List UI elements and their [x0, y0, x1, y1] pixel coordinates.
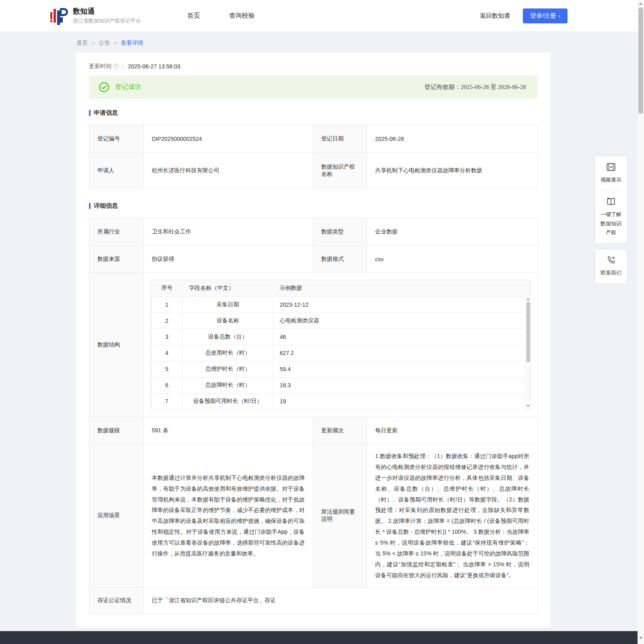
source-value: 协议获得	[144, 246, 313, 273]
cell-field-name: 总维护时长（时）	[183, 361, 273, 377]
cell-index: 2	[151, 313, 183, 329]
login-register-label: 登录/注册	[530, 12, 556, 20]
book-icon	[606, 196, 616, 207]
video-icon	[606, 162, 616, 172]
structure-label: 数据结构	[89, 273, 144, 417]
contact-us-label: 联系我们	[601, 270, 621, 276]
industry-value: 卫生和社会工作	[144, 218, 313, 246]
ip-name-label: 数据知识产权名称	[313, 153, 367, 188]
cell-index: 5	[151, 361, 183, 377]
nav-item-query-check[interactable]: 查询校验	[229, 12, 255, 20]
ip-name-value: 共享机制下心电检测类仪器故障率分析数据	[367, 153, 538, 188]
breadcrumb-announcement[interactable]: 公告	[99, 39, 110, 47]
data-structure-table-container: 序号 字段名称（中文） 示例数据 1 采集日期 2023-12-12	[151, 280, 531, 410]
reg-date-value: 2025-06-28	[367, 125, 538, 153]
video-display-label: 视频展示	[601, 177, 621, 183]
section-title-text: 申请信息	[94, 109, 118, 117]
table-row: 2 设备名称 心电检测类仪器	[151, 313, 530, 329]
learn-data-ip-label: 一键了解数据知识产权	[601, 211, 621, 236]
learn-data-ip-item[interactable]: 一键了解数据知识产权	[599, 196, 623, 237]
help-question-icon[interactable]: ?	[113, 64, 119, 70]
industry-label: 所属行业	[89, 218, 144, 246]
format-label: 数据格式	[313, 246, 367, 273]
scenario-text: 本数据通过计算并分析共享机制下心电检测类分析仪器的故障率，有助于为设备的高效使用…	[152, 473, 305, 559]
cell-sample: 19	[273, 393, 530, 409]
algorithm-text: 1.数据收集和预处理：（1）数据收集：通过门诊助手app对所有的心电检测类分析仪…	[375, 451, 529, 581]
algorithm-label: 算法规则简要说明	[313, 444, 367, 588]
scale-label: 数据规模	[89, 417, 144, 444]
table-row: 存证公证情况 已于「浙江省知识产权区块链公共存证平台」存证	[89, 587, 538, 614]
source-label: 数据来源	[89, 246, 144, 273]
table-row: 3 设备总数（台） 46	[151, 329, 530, 345]
cell-index: 3	[151, 329, 183, 345]
notary-label: 存证公证情况	[89, 587, 144, 614]
table-row: 申请人 杭州长济医疗科技有限公司 数据知识产权名称 共享机制下心电检测类仪器故障…	[89, 153, 538, 188]
notary-value: 已于「浙江省知识产权区块链公共存证平台」存证	[144, 587, 538, 614]
scrollbar-up-icon[interactable]	[526, 298, 530, 300]
applicant-label: 申请人	[89, 153, 144, 188]
format-value: csv	[367, 246, 538, 273]
breadcrumb-home[interactable]: 首页	[76, 39, 88, 47]
breadcrumb-separator: >	[114, 40, 117, 46]
validity-value: 2025-06-28 至 2028-06-28	[461, 84, 526, 90]
logo: 数知通 浙江省数据知识产权登记平台	[50, 6, 141, 25]
frequency-value: 每日更新	[367, 417, 538, 444]
update-time-row: 更新时间 ? ： 2025-06-27 13:58:03	[89, 60, 537, 76]
cell-sample: 46	[273, 329, 530, 345]
data-type-value: 企业数据	[367, 218, 538, 246]
table-row: 7 设备预期可用时长（时/日） 19	[151, 393, 530, 409]
cell-index: 4	[151, 345, 183, 361]
cell-field-name: 总使用时长（时）	[183, 345, 273, 361]
back-to-shuzhitong-link[interactable]: 返回数知通	[480, 12, 510, 20]
logo-mark-icon	[50, 6, 68, 25]
reg-date-label: 登记日期	[313, 125, 367, 153]
col-sample-header: 示例数据	[273, 280, 530, 297]
check-circle-icon	[99, 82, 109, 93]
section-application-info: 申请信息	[89, 109, 537, 117]
section-detail-info: 详细信息	[89, 202, 537, 210]
table-row: 所属行业 卫生和社会工作 数据类型 企业数据	[89, 218, 538, 246]
update-time-value: 2025-06-27 13:58:03	[128, 63, 180, 70]
cell-field-name: 总故障时长（时）	[183, 377, 273, 393]
table-row: 数据来源 协议获得 数据格式 csv	[89, 246, 538, 273]
status-text: 登记成功	[115, 83, 141, 91]
detail-info-table: 所属行业 卫生和社会工作 数据类型 企业数据 数据来源 协议获得 数据格式 cs…	[89, 218, 538, 614]
page-scrollbar[interactable]	[638, 0, 644, 644]
scrollbar-down-icon[interactable]	[526, 405, 530, 407]
breadcrumb-detail: 查看详情	[121, 39, 143, 47]
table-header-row: 序号 字段名称（中文） 示例数据	[151, 280, 530, 297]
registration-success-banner: 登记成功 登记有效期：2025-06-28 至 2028-06-28	[89, 76, 537, 99]
contact-us-item[interactable]: 联系我们	[599, 255, 623, 278]
table-row: 1 采集日期 2023-12-12	[151, 297, 530, 313]
cell-sample: 627.2	[273, 345, 530, 361]
logo-title: 数知通	[73, 7, 141, 16]
table-row: 4 总使用时长（时） 627.2	[151, 345, 530, 361]
scrollbar-thumb[interactable]	[638, 7, 643, 114]
section-bar	[89, 110, 91, 116]
chevron-right-icon: ›	[558, 13, 560, 19]
cell-field-name: 设备预期可用时长（时/日）	[183, 393, 273, 409]
cell-field-name: 设备名称	[183, 313, 273, 329]
col-index-header: 序号	[151, 280, 183, 297]
breadcrumb-separator: >	[92, 40, 95, 46]
section-bar	[89, 203, 91, 209]
scrollbar-thumb[interactable]	[526, 302, 530, 362]
main-nav: 首页 查询校验	[187, 12, 255, 20]
cell-sample: 2023-12-12	[273, 297, 530, 313]
scrollbar-up-icon[interactable]	[639, 2, 643, 5]
scenario-label: 应用场景	[89, 444, 144, 588]
divider	[601, 190, 621, 191]
reg-no-value: DIP2025000002524	[144, 125, 313, 153]
table-row: 登记编号 DIP2025000002524 登记日期 2025-06-28	[89, 125, 538, 153]
structure-table-scrollbar[interactable]	[525, 297, 530, 409]
detail-card: 更新时间 ? ： 2025-06-27 13:58:03 登记成功 登记有效期：…	[76, 52, 551, 627]
update-time-label: 更新时间	[89, 63, 111, 70]
nav-item-home[interactable]: 首页	[187, 12, 200, 20]
video-display-item[interactable]: 视频展示	[599, 162, 623, 185]
floating-panel: 视频展示 一键了解数据知识产权 联系我们	[595, 156, 627, 283]
login-register-button[interactable]: 登录/注册 ›	[523, 8, 568, 23]
cell-sample: 59.4	[273, 361, 530, 377]
scrollbar-down-icon[interactable]	[639, 637, 643, 639]
table-row: 数据规模 591 条 更新频次 每日更新	[89, 417, 538, 444]
table-row: 应用场景 本数据通过计算并分析共享机制下心电检测类分析仪器的故障率，有助于为设备…	[89, 444, 538, 588]
